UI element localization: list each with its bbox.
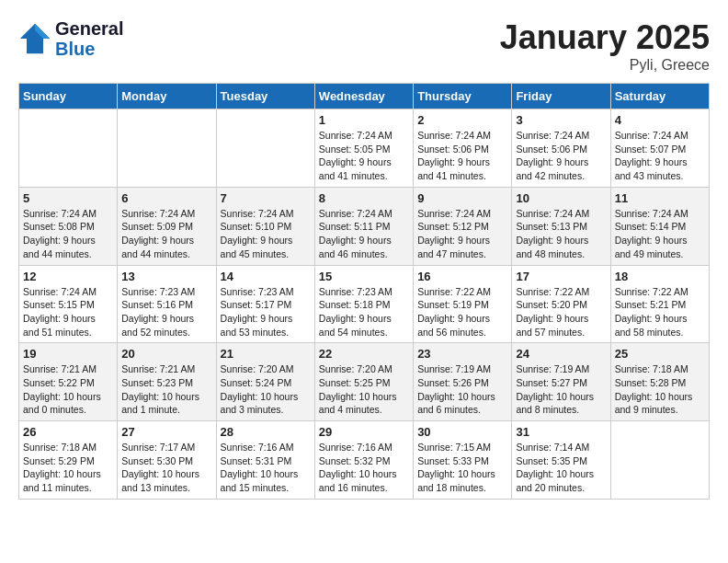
day-content: Sunrise: 7:24 AM Sunset: 5:11 PM Dayligh… — [319, 207, 409, 261]
day-number: 2 — [417, 113, 507, 127]
day-number: 8 — [319, 191, 409, 205]
calendar-cell: 27Sunrise: 7:17 AM Sunset: 5:30 PM Dayli… — [118, 421, 216, 500]
day-number: 10 — [516, 191, 606, 205]
day-content: Sunrise: 7:21 AM Sunset: 5:22 PM Dayligh… — [23, 362, 113, 417]
day-content: Sunrise: 7:24 AM Sunset: 5:13 PM Dayligh… — [516, 207, 606, 261]
title-block: January 2025 Pyli, Greece — [500, 18, 710, 74]
page-header: General Blue January 2025 Pyli, Greece — [18, 18, 710, 74]
day-number: 3 — [516, 113, 606, 127]
day-number: 13 — [121, 270, 211, 283]
location-subtitle: Pyli, Greece — [500, 57, 710, 74]
day-content: Sunrise: 7:19 AM Sunset: 5:26 PM Dayligh… — [417, 362, 507, 417]
day-content: Sunrise: 7:22 AM Sunset: 5:19 PM Dayligh… — [417, 285, 507, 339]
calendar-table: SundayMondayTuesdayWednesdayThursdayFrid… — [18, 83, 710, 500]
calendar-cell: 18Sunrise: 7:22 AM Sunset: 5:21 PM Dayli… — [610, 265, 709, 343]
calendar-cell: 26Sunrise: 7:18 AM Sunset: 5:29 PM Dayli… — [19, 421, 118, 500]
day-number: 15 — [319, 270, 409, 283]
calendar-cell: 8Sunrise: 7:24 AM Sunset: 5:11 PM Daylig… — [314, 187, 413, 265]
calendar-cell: 29Sunrise: 7:16 AM Sunset: 5:32 PM Dayli… — [314, 421, 413, 500]
calendar-cell: 3Sunrise: 7:24 AM Sunset: 5:06 PM Daylig… — [512, 109, 610, 188]
calendar-cell: 22Sunrise: 7:20 AM Sunset: 5:25 PM Dayli… — [314, 343, 413, 421]
calendar-cell: 24Sunrise: 7:19 AM Sunset: 5:27 PM Dayli… — [512, 343, 610, 421]
calendar-cell: 20Sunrise: 7:21 AM Sunset: 5:23 PM Dayli… — [118, 343, 216, 421]
day-number: 16 — [417, 270, 507, 283]
day-header-friday: Friday — [512, 84, 610, 109]
calendar-cell — [610, 421, 709, 500]
calendar-cell: 14Sunrise: 7:23 AM Sunset: 5:17 PM Dayli… — [216, 265, 314, 343]
day-number: 4 — [615, 113, 705, 127]
day-content: Sunrise: 7:18 AM Sunset: 5:28 PM Dayligh… — [615, 362, 705, 417]
calendar-cell: 17Sunrise: 7:22 AM Sunset: 5:20 PM Dayli… — [512, 265, 610, 343]
logo-text: General Blue — [55, 18, 123, 59]
logo: General Blue — [18, 18, 123, 59]
day-content: Sunrise: 7:23 AM Sunset: 5:16 PM Dayligh… — [121, 285, 211, 339]
day-content: Sunrise: 7:24 AM Sunset: 5:06 PM Dayligh… — [417, 129, 507, 183]
calendar-week-row: 19Sunrise: 7:21 AM Sunset: 5:22 PM Dayli… — [19, 343, 710, 421]
day-number: 5 — [23, 191, 113, 205]
day-content: Sunrise: 7:20 AM Sunset: 5:24 PM Dayligh… — [221, 362, 311, 417]
day-content: Sunrise: 7:16 AM Sunset: 5:31 PM Dayligh… — [221, 441, 311, 495]
day-number: 25 — [615, 347, 705, 361]
calendar-week-row: 5Sunrise: 7:24 AM Sunset: 5:08 PM Daylig… — [19, 187, 710, 265]
day-content: Sunrise: 7:24 AM Sunset: 5:05 PM Dayligh… — [319, 129, 409, 183]
day-number: 24 — [516, 347, 606, 361]
calendar-cell: 31Sunrise: 7:14 AM Sunset: 5:35 PM Dayli… — [512, 421, 610, 500]
day-content: Sunrise: 7:23 AM Sunset: 5:18 PM Dayligh… — [319, 285, 409, 339]
calendar-cell: 11Sunrise: 7:24 AM Sunset: 5:14 PM Dayli… — [610, 187, 709, 265]
day-content: Sunrise: 7:24 AM Sunset: 5:06 PM Dayligh… — [516, 129, 606, 183]
day-number: 21 — [221, 347, 311, 361]
calendar-cell: 19Sunrise: 7:21 AM Sunset: 5:22 PM Dayli… — [19, 343, 118, 421]
day-content: Sunrise: 7:18 AM Sunset: 5:29 PM Dayligh… — [23, 441, 113, 495]
calendar-cell: 9Sunrise: 7:24 AM Sunset: 5:12 PM Daylig… — [414, 187, 512, 265]
day-content: Sunrise: 7:24 AM Sunset: 5:15 PM Dayligh… — [23, 285, 113, 339]
calendar-cell: 13Sunrise: 7:23 AM Sunset: 5:16 PM Dayli… — [118, 265, 216, 343]
calendar-cell: 21Sunrise: 7:20 AM Sunset: 5:24 PM Dayli… — [216, 343, 314, 421]
day-number: 14 — [221, 270, 311, 283]
day-number: 30 — [417, 425, 507, 439]
day-number: 11 — [615, 191, 705, 205]
day-content: Sunrise: 7:17 AM Sunset: 5:30 PM Dayligh… — [121, 441, 211, 495]
day-number: 26 — [23, 425, 113, 439]
day-number: 20 — [121, 347, 211, 361]
calendar-header-row: SundayMondayTuesdayWednesdayThursdayFrid… — [19, 84, 710, 109]
day-number: 28 — [221, 425, 311, 439]
day-number: 29 — [319, 425, 409, 439]
logo-icon — [18, 22, 51, 55]
day-content: Sunrise: 7:22 AM Sunset: 5:20 PM Dayligh… — [516, 285, 606, 339]
day-content: Sunrise: 7:24 AM Sunset: 5:14 PM Dayligh… — [615, 207, 705, 261]
day-number: 27 — [121, 425, 211, 439]
calendar-cell: 28Sunrise: 7:16 AM Sunset: 5:31 PM Dayli… — [216, 421, 314, 500]
page-container: General Blue January 2025 Pyli, Greece S… — [0, 0, 728, 509]
day-content: Sunrise: 7:24 AM Sunset: 5:08 PM Dayligh… — [23, 207, 113, 261]
day-content: Sunrise: 7:24 AM Sunset: 5:07 PM Dayligh… — [615, 129, 705, 183]
calendar-cell: 4Sunrise: 7:24 AM Sunset: 5:07 PM Daylig… — [610, 109, 709, 188]
calendar-cell — [118, 109, 216, 188]
day-number: 22 — [319, 347, 409, 361]
day-number: 6 — [121, 191, 211, 205]
day-number: 12 — [23, 270, 113, 283]
calendar-cell: 10Sunrise: 7:24 AM Sunset: 5:13 PM Dayli… — [512, 187, 610, 265]
calendar-cell — [19, 109, 118, 188]
month-year-title: January 2025 — [500, 18, 710, 57]
day-content: Sunrise: 7:20 AM Sunset: 5:25 PM Dayligh… — [319, 362, 409, 417]
day-content: Sunrise: 7:15 AM Sunset: 5:33 PM Dayligh… — [417, 441, 507, 495]
day-content: Sunrise: 7:14 AM Sunset: 5:35 PM Dayligh… — [516, 441, 606, 495]
calendar-cell — [216, 109, 314, 188]
day-header-saturday: Saturday — [610, 84, 709, 109]
calendar-cell: 30Sunrise: 7:15 AM Sunset: 5:33 PM Dayli… — [414, 421, 512, 500]
day-header-wednesday: Wednesday — [314, 84, 413, 109]
calendar-week-row: 26Sunrise: 7:18 AM Sunset: 5:29 PM Dayli… — [19, 421, 710, 500]
calendar-cell: 5Sunrise: 7:24 AM Sunset: 5:08 PM Daylig… — [19, 187, 118, 265]
day-content: Sunrise: 7:24 AM Sunset: 5:09 PM Dayligh… — [121, 207, 211, 261]
day-number: 17 — [516, 270, 606, 283]
day-number: 31 — [516, 425, 606, 439]
calendar-week-row: 12Sunrise: 7:24 AM Sunset: 5:15 PM Dayli… — [19, 265, 710, 343]
calendar-week-row: 1Sunrise: 7:24 AM Sunset: 5:05 PM Daylig… — [19, 109, 710, 188]
calendar-cell: 6Sunrise: 7:24 AM Sunset: 5:09 PM Daylig… — [118, 187, 216, 265]
day-content: Sunrise: 7:24 AM Sunset: 5:10 PM Dayligh… — [221, 207, 311, 261]
day-content: Sunrise: 7:23 AM Sunset: 5:17 PM Dayligh… — [221, 285, 311, 339]
day-number: 18 — [615, 270, 705, 283]
day-header-monday: Monday — [118, 84, 216, 109]
calendar-cell: 7Sunrise: 7:24 AM Sunset: 5:10 PM Daylig… — [216, 187, 314, 265]
day-content: Sunrise: 7:22 AM Sunset: 5:21 PM Dayligh… — [615, 285, 705, 339]
